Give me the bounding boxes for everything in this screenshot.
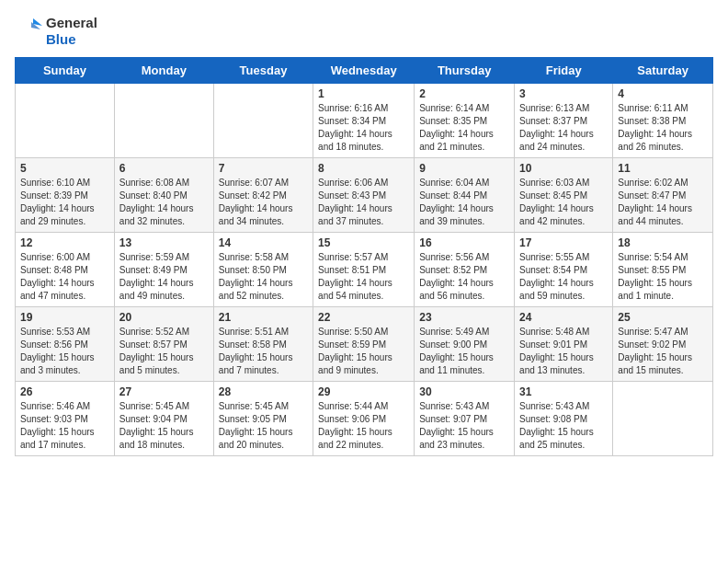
day-header-monday: Monday xyxy=(114,58,213,84)
day-header-wednesday: Wednesday xyxy=(313,58,415,84)
calendar-cell: 25Sunrise: 5:47 AM Sunset: 9:02 PM Dayli… xyxy=(613,307,713,382)
calendar-cell xyxy=(16,84,115,158)
day-number: 29 xyxy=(318,385,409,398)
calendar-cell: 7Sunrise: 6:07 AM Sunset: 8:42 PM Daylig… xyxy=(213,158,313,233)
day-info: Sunrise: 5:44 AM Sunset: 9:06 PM Dayligh… xyxy=(318,400,409,452)
day-info: Sunrise: 5:59 AM Sunset: 8:49 PM Dayligh… xyxy=(119,251,209,303)
day-header-friday: Friday xyxy=(515,58,613,84)
day-number: 22 xyxy=(318,311,409,324)
calendar-cell: 4Sunrise: 6:11 AM Sunset: 8:38 PM Daylig… xyxy=(613,84,713,158)
calendar-cell: 11Sunrise: 6:02 AM Sunset: 8:47 PM Dayli… xyxy=(613,158,713,233)
logo: General Blue xyxy=(15,15,97,48)
calendar-cell: 14Sunrise: 5:58 AM Sunset: 8:50 PM Dayli… xyxy=(213,233,313,307)
day-number: 11 xyxy=(618,162,708,175)
calendar-cell: 31Sunrise: 5:43 AM Sunset: 9:08 PM Dayli… xyxy=(515,382,613,456)
day-info: Sunrise: 6:03 AM Sunset: 8:45 PM Dayligh… xyxy=(519,177,608,228)
header: General Blue xyxy=(15,15,713,48)
calendar: SundayMondayTuesdayWednesdayThursdayFrid… xyxy=(15,57,713,456)
day-info: Sunrise: 5:46 AM Sunset: 9:03 PM Dayligh… xyxy=(20,400,109,452)
day-number: 10 xyxy=(519,162,608,175)
calendar-cell: 27Sunrise: 5:45 AM Sunset: 9:04 PM Dayli… xyxy=(114,382,213,456)
calendar-cell: 29Sunrise: 5:44 AM Sunset: 9:06 PM Dayli… xyxy=(313,382,415,456)
day-info: Sunrise: 5:45 AM Sunset: 9:04 PM Dayligh… xyxy=(119,400,209,452)
day-number: 26 xyxy=(20,385,109,398)
day-number: 27 xyxy=(119,385,209,398)
day-info: Sunrise: 5:45 AM Sunset: 9:05 PM Dayligh… xyxy=(219,400,308,452)
calendar-cell: 13Sunrise: 5:59 AM Sunset: 8:49 PM Dayli… xyxy=(114,233,213,307)
day-number: 16 xyxy=(419,236,509,249)
day-info: Sunrise: 5:53 AM Sunset: 8:56 PM Dayligh… xyxy=(20,326,109,377)
day-info: Sunrise: 5:58 AM Sunset: 8:50 PM Dayligh… xyxy=(219,251,308,303)
day-header-sunday: Sunday xyxy=(16,58,115,84)
calendar-cell: 15Sunrise: 5:57 AM Sunset: 8:51 PM Dayli… xyxy=(313,233,415,307)
day-number: 18 xyxy=(618,236,708,249)
day-number: 25 xyxy=(618,311,708,324)
day-info: Sunrise: 5:43 AM Sunset: 9:08 PM Dayligh… xyxy=(519,400,608,452)
day-info: Sunrise: 5:43 AM Sunset: 9:07 PM Dayligh… xyxy=(419,400,509,452)
day-number: 5 xyxy=(20,162,109,175)
day-info: Sunrise: 5:55 AM Sunset: 8:54 PM Dayligh… xyxy=(519,251,608,303)
calendar-week-2: 5Sunrise: 6:10 AM Sunset: 8:39 PM Daylig… xyxy=(16,158,713,233)
day-info: Sunrise: 5:49 AM Sunset: 9:00 PM Dayligh… xyxy=(419,326,509,377)
day-info: Sunrise: 5:47 AM Sunset: 9:02 PM Dayligh… xyxy=(618,326,708,377)
calendar-cell: 5Sunrise: 6:10 AM Sunset: 8:39 PM Daylig… xyxy=(16,158,115,233)
calendar-cell: 2Sunrise: 6:14 AM Sunset: 8:35 PM Daylig… xyxy=(415,84,515,158)
svg-marker-0 xyxy=(33,18,42,26)
calendar-week-3: 12Sunrise: 6:00 AM Sunset: 8:48 PM Dayli… xyxy=(16,233,713,307)
day-info: Sunrise: 6:04 AM Sunset: 8:44 PM Dayligh… xyxy=(419,177,509,228)
calendar-cell: 23Sunrise: 5:49 AM Sunset: 9:00 PM Dayli… xyxy=(415,307,515,382)
calendar-cell: 19Sunrise: 5:53 AM Sunset: 8:56 PM Dayli… xyxy=(16,307,115,382)
calendar-cell: 20Sunrise: 5:52 AM Sunset: 8:57 PM Dayli… xyxy=(114,307,213,382)
day-info: Sunrise: 6:00 AM Sunset: 8:48 PM Dayligh… xyxy=(20,251,109,303)
day-info: Sunrise: 5:54 AM Sunset: 8:55 PM Dayligh… xyxy=(618,251,708,303)
day-number: 20 xyxy=(119,311,209,324)
day-number: 7 xyxy=(219,162,308,175)
day-number: 3 xyxy=(519,87,608,100)
calendar-cell: 24Sunrise: 5:48 AM Sunset: 9:01 PM Dayli… xyxy=(515,307,613,382)
day-number: 6 xyxy=(119,162,209,175)
logo-blue-text: Blue xyxy=(46,31,97,48)
calendar-cell: 1Sunrise: 6:16 AM Sunset: 8:34 PM Daylig… xyxy=(313,84,415,158)
calendar-cell: 22Sunrise: 5:50 AM Sunset: 8:59 PM Dayli… xyxy=(313,307,415,382)
calendar-cell: 6Sunrise: 6:08 AM Sunset: 8:40 PM Daylig… xyxy=(114,158,213,233)
day-number: 13 xyxy=(119,236,209,249)
day-header-row: SundayMondayTuesdayWednesdayThursdayFrid… xyxy=(16,58,713,84)
day-number: 4 xyxy=(618,87,708,100)
day-info: Sunrise: 6:11 AM Sunset: 8:38 PM Dayligh… xyxy=(618,102,708,154)
day-info: Sunrise: 6:10 AM Sunset: 8:39 PM Dayligh… xyxy=(20,177,109,228)
calendar-cell: 26Sunrise: 5:46 AM Sunset: 9:03 PM Dayli… xyxy=(16,382,115,456)
calendar-cell: 21Sunrise: 5:51 AM Sunset: 8:58 PM Dayli… xyxy=(213,307,313,382)
calendar-week-5: 26Sunrise: 5:46 AM Sunset: 9:03 PM Dayli… xyxy=(16,382,713,456)
day-info: Sunrise: 5:52 AM Sunset: 8:57 PM Dayligh… xyxy=(119,326,209,377)
day-number: 21 xyxy=(219,311,308,324)
calendar-cell: 8Sunrise: 6:06 AM Sunset: 8:43 PM Daylig… xyxy=(313,158,415,233)
calendar-cell: 10Sunrise: 6:03 AM Sunset: 8:45 PM Dayli… xyxy=(515,158,613,233)
logo-general-text: General xyxy=(46,15,97,31)
day-number: 9 xyxy=(419,162,509,175)
day-number: 1 xyxy=(318,87,409,100)
logo-bird-icon xyxy=(15,15,42,48)
day-info: Sunrise: 6:16 AM Sunset: 8:34 PM Dayligh… xyxy=(318,102,409,154)
calendar-cell: 30Sunrise: 5:43 AM Sunset: 9:07 PM Dayli… xyxy=(415,382,515,456)
day-info: Sunrise: 5:50 AM Sunset: 8:59 PM Dayligh… xyxy=(318,326,409,377)
day-info: Sunrise: 5:56 AM Sunset: 8:52 PM Dayligh… xyxy=(419,251,509,303)
day-header-saturday: Saturday xyxy=(613,58,713,84)
calendar-cell: 9Sunrise: 6:04 AM Sunset: 8:44 PM Daylig… xyxy=(415,158,515,233)
day-info: Sunrise: 6:06 AM Sunset: 8:43 PM Dayligh… xyxy=(318,177,409,228)
calendar-cell xyxy=(114,84,213,158)
day-number: 14 xyxy=(219,236,308,249)
day-number: 2 xyxy=(419,87,509,100)
day-info: Sunrise: 5:57 AM Sunset: 8:51 PM Dayligh… xyxy=(318,251,409,303)
day-info: Sunrise: 6:02 AM Sunset: 8:47 PM Dayligh… xyxy=(618,177,708,228)
calendar-cell: 16Sunrise: 5:56 AM Sunset: 8:52 PM Dayli… xyxy=(415,233,515,307)
day-number: 24 xyxy=(519,311,608,324)
day-number: 23 xyxy=(419,311,509,324)
day-info: Sunrise: 6:07 AM Sunset: 8:42 PM Dayligh… xyxy=(219,177,308,228)
calendar-cell: 3Sunrise: 6:13 AM Sunset: 8:37 PM Daylig… xyxy=(515,84,613,158)
day-number: 19 xyxy=(20,311,109,324)
day-number: 31 xyxy=(519,385,608,398)
day-header-thursday: Thursday xyxy=(415,58,515,84)
calendar-week-4: 19Sunrise: 5:53 AM Sunset: 8:56 PM Dayli… xyxy=(16,307,713,382)
day-number: 12 xyxy=(20,236,109,249)
day-number: 30 xyxy=(419,385,509,398)
